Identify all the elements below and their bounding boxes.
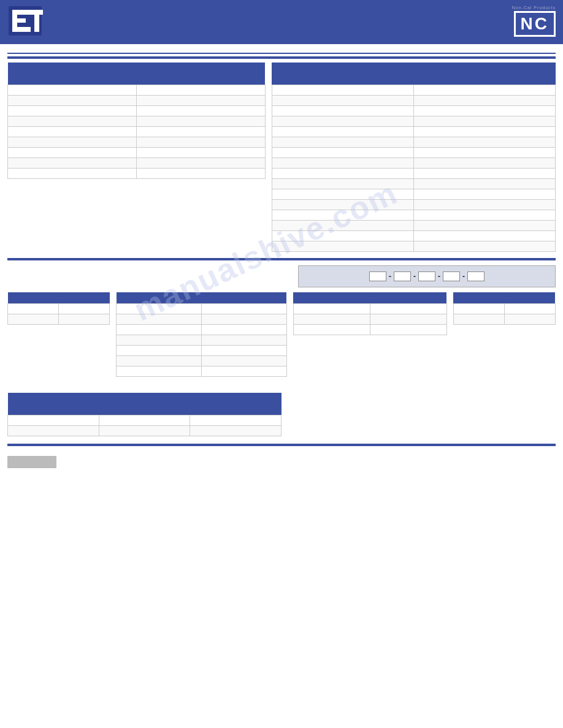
svg-rect-9	[25, 15, 27, 17]
table-row	[293, 314, 446, 325]
table-row	[272, 85, 555, 96]
table-row	[8, 304, 110, 314]
bottom-table-col3	[190, 404, 282, 415]
middle-tables-row	[7, 292, 556, 377]
connector-pin-3	[418, 271, 435, 281]
right-table	[272, 63, 556, 252]
divider-thick-2	[7, 56, 556, 59]
table-row	[8, 415, 282, 426]
left-table-block	[7, 63, 266, 252]
table-row	[8, 158, 266, 169]
table-row	[8, 96, 266, 106]
svg-rect-7	[17, 15, 20, 17]
left-logo	[7, 5, 43, 37]
top-tables-row	[7, 63, 556, 252]
bottom-table	[7, 393, 282, 436]
middle-table-b	[116, 292, 287, 377]
connector-diagram-wrap: - - - -	[298, 265, 556, 287]
table-row	[8, 116, 266, 127]
bottom-table-col2	[99, 404, 190, 415]
connector-sep-4: -	[462, 272, 465, 281]
middle-table-a-block	[7, 292, 110, 377]
connector-pin-2	[394, 271, 411, 281]
table-row	[8, 127, 266, 137]
connector-pin-4	[443, 271, 460, 281]
mid-table-a-header	[8, 292, 110, 304]
svg-rect-3	[12, 18, 26, 23]
middle-table-c	[293, 292, 447, 335]
mid-table-b-header	[117, 292, 287, 304]
table-row	[117, 346, 287, 356]
right-table-block	[272, 63, 556, 252]
svg-rect-4	[12, 27, 31, 32]
table-row	[117, 356, 287, 366]
mid-table-d-header	[453, 292, 555, 304]
middle-table-d	[453, 292, 556, 325]
table-row	[8, 314, 110, 325]
left-table-header	[8, 63, 266, 74]
bottom-table-section	[7, 383, 556, 436]
table-row	[272, 169, 555, 179]
left-table	[7, 63, 266, 179]
mid-table-c-header	[293, 292, 446, 304]
table-row	[272, 179, 555, 189]
middle-table-a	[7, 292, 110, 325]
table-row	[8, 106, 266, 116]
table-row	[272, 231, 555, 241]
connector-pin-5	[467, 271, 484, 281]
table-row	[272, 96, 555, 106]
table-row	[272, 116, 555, 127]
left-table-col1-header	[8, 74, 137, 85]
right-logo-wrap: Non-Cal Products NC	[512, 6, 556, 37]
connector-pin-1	[369, 271, 386, 281]
bottom-table-header	[8, 393, 282, 404]
connector-sep-2: -	[413, 272, 416, 281]
table-row	[293, 304, 446, 314]
bottom-table-col1	[8, 404, 99, 415]
brand-small-text: Non-Cal Products	[512, 6, 556, 10]
svg-rect-8	[21, 15, 23, 17]
table-row	[272, 148, 555, 158]
table-row	[272, 127, 555, 137]
table-row	[117, 314, 287, 325]
middle-table-c-block	[293, 292, 447, 377]
bottom-table-wrap	[7, 393, 282, 436]
table-row	[272, 189, 555, 200]
table-row	[453, 314, 555, 325]
page-header: Non-Cal Products NC	[0, 0, 563, 42]
connector-sep-3: -	[438, 272, 440, 281]
table-row	[117, 304, 287, 314]
table-row	[453, 304, 555, 314]
middle-table-b-block	[116, 292, 287, 377]
table-row	[272, 158, 555, 169]
table-row	[272, 210, 555, 221]
right-table-header	[272, 63, 555, 74]
table-row	[272, 241, 555, 252]
table-row	[272, 137, 555, 148]
table-row	[117, 325, 287, 335]
table-row	[272, 106, 555, 116]
footer-page-bar	[7, 456, 56, 468]
table-row	[117, 335, 287, 346]
brand-text: NC	[521, 14, 549, 33]
table-row	[293, 325, 446, 335]
main-content: - - - -	[0, 44, 563, 473]
table-row	[117, 366, 287, 377]
table-row	[272, 200, 555, 210]
table-row	[8, 137, 266, 148]
middle-text-area: - - - -	[7, 265, 556, 287]
table-row	[272, 221, 555, 231]
connector-sep-1: -	[389, 272, 391, 281]
brand-logo-left	[7, 5, 43, 37]
right-table-col1-header	[272, 74, 413, 85]
table-row	[8, 85, 266, 96]
table-row	[8, 169, 266, 179]
table-row	[8, 426, 282, 436]
connector-diagram: - - - -	[298, 265, 556, 287]
svg-rect-6	[28, 10, 43, 15]
table-row	[8, 148, 266, 158]
left-table-col2-header	[136, 74, 265, 85]
right-table-col2-header	[413, 74, 555, 85]
middle-table-d-block	[453, 292, 556, 377]
svg-rect-2	[12, 10, 31, 15]
